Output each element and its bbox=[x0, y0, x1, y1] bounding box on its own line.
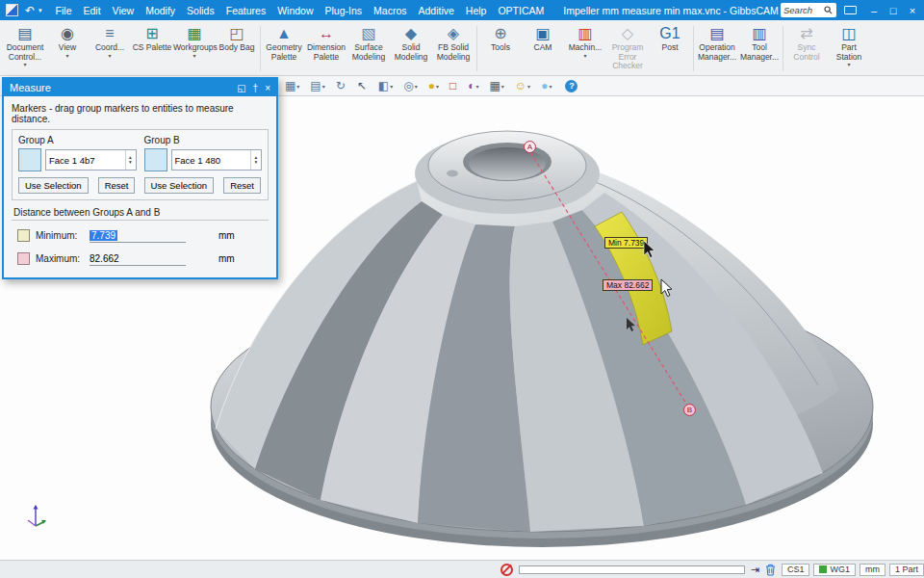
group-a-marker[interactable]: A bbox=[524, 141, 536, 153]
redraw-icon[interactable]: ↻ bbox=[336, 79, 346, 92]
group-a-entity-value: Face 1 4b7 bbox=[46, 150, 125, 170]
zoom-icon[interactable]: ◎ ▾ bbox=[403, 79, 418, 92]
ribbon-item-post[interactable]: G1 Post bbox=[649, 22, 691, 75]
ribbon-item-icon: ▦ bbox=[187, 24, 201, 42]
undo-icon[interactable]: ↶ bbox=[23, 4, 37, 17]
minimum-value-field[interactable]: 7.739 bbox=[90, 228, 186, 243]
measure-dialog-titlebar[interactable]: Measure ◱ † × bbox=[4, 79, 276, 96]
progress-bar bbox=[519, 565, 745, 574]
chevron-down-icon: ▾ bbox=[65, 53, 68, 60]
group-a-use-selection-button[interactable]: Use Selection bbox=[18, 177, 89, 194]
grid-icon[interactable]: ▦ ▾ bbox=[489, 79, 503, 92]
ribbon-item-tool-manager[interactable]: ▥ Tool Manager... bbox=[738, 22, 781, 75]
ribbon-item-part-station[interactable]: ◫ Part Station ▾ bbox=[828, 22, 870, 75]
ribbon-item-sync-control[interactable]: ⇄ Sync Control bbox=[785, 22, 828, 75]
window-views-icon[interactable]: ▦ ▾ bbox=[285, 79, 299, 92]
menu-item[interactable]: Additive bbox=[412, 5, 459, 16]
ribbon-item-fb-solid-modeling[interactable]: ◈ FB Solid Modeling bbox=[432, 22, 475, 75]
ribbon-item-surface-modeling[interactable]: ▧ Surface Modeling bbox=[347, 22, 390, 75]
menu-item[interactable]: Edit bbox=[78, 5, 107, 16]
keyboard-icon[interactable] bbox=[844, 6, 857, 14]
ribbon-item-tools[interactable]: ⊕ Tools bbox=[479, 22, 522, 75]
ribbon-item-coord[interactable]: ≡ Coord... ▾ bbox=[89, 22, 131, 75]
group-b-use-selection-button[interactable]: Use Selection bbox=[144, 177, 215, 194]
minimum-color-swatch[interactable] bbox=[17, 229, 30, 242]
face-quality-icon[interactable]: ☺ ▾ bbox=[515, 79, 530, 92]
menu-item[interactable]: Window bbox=[271, 5, 319, 16]
ribbon-item-document-control[interactable]: ▤ Document Control... ▾ bbox=[4, 22, 46, 75]
maximize-button[interactable]: □ bbox=[886, 5, 901, 16]
help-icon[interactable]: ? bbox=[565, 80, 578, 92]
palette-icon[interactable]: ◐ ▾ bbox=[468, 79, 478, 92]
ribbon-item-program-error-checker[interactable]: ◇ Program Error Checker bbox=[606, 22, 649, 75]
search-input[interactable] bbox=[783, 5, 824, 15]
group-a-reset-button[interactable]: Reset bbox=[98, 177, 136, 194]
stop-icon[interactable] bbox=[500, 564, 513, 576]
ribbon-item-operation-manager[interactable]: ▤ Operation Manager... bbox=[696, 22, 738, 75]
part-indicator[interactable]: 1 Part bbox=[889, 564, 924, 576]
menu-item[interactable]: File bbox=[50, 5, 78, 16]
ribbon-item-dimension-palette[interactable]: ↔ Dimension Palette bbox=[305, 22, 347, 75]
ribbon-item-cam[interactable]: ▣ CAM bbox=[522, 22, 564, 75]
impeller-body bbox=[211, 131, 873, 547]
chevron-down-icon: ▾ bbox=[322, 83, 325, 90]
ribbon-item-workgroups[interactable]: ▦ Workgroups ▾ bbox=[173, 22, 216, 75]
group-b-entity-selector[interactable]: Face 1 480 ▴ ▾ bbox=[171, 149, 263, 171]
menu-item[interactable]: Solids bbox=[181, 5, 220, 16]
group-b-marker[interactable]: B bbox=[683, 404, 696, 416]
min-distance-tag[interactable]: Min 7.739 bbox=[604, 237, 648, 249]
search-box[interactable] bbox=[781, 3, 836, 17]
ribbon-item-geometry-palette[interactable]: ▲ Geometry Palette bbox=[263, 22, 305, 75]
menu-item[interactable]: Plug-Ins bbox=[320, 5, 369, 16]
ribbon-item-icon: ⊕ bbox=[494, 24, 506, 42]
material-icon[interactable]: □ bbox=[449, 79, 457, 92]
group-b-reset-button[interactable]: Reset bbox=[223, 177, 261, 194]
menu-item[interactable]: View bbox=[107, 5, 141, 16]
print-icon[interactable]: ▤ ▾ bbox=[310, 79, 324, 92]
view-cube-icon[interactable]: ◧ ▾ bbox=[378, 79, 393, 92]
toolbar-icon-glyph: ▦ bbox=[285, 79, 295, 92]
maximum-color-swatch[interactable] bbox=[17, 252, 30, 265]
undo-dropdown-icon[interactable]: ▾ bbox=[37, 7, 44, 14]
pin-icon[interactable]: † bbox=[253, 83, 259, 93]
menu-item[interactable]: Help bbox=[460, 5, 493, 16]
menu-item[interactable]: Features bbox=[220, 5, 271, 16]
trash-icon[interactable] bbox=[765, 564, 776, 576]
spinner-icons[interactable]: ▴ ▾ bbox=[250, 150, 261, 170]
render-sphere-icon[interactable]: ● ▾ bbox=[541, 79, 552, 92]
ribbon-item-view[interactable]: ◉ View ▾ bbox=[46, 22, 89, 75]
float-window-icon[interactable]: ◱ bbox=[237, 83, 245, 93]
ribbon-item-machining[interactable]: ▥ Machin... ▾ bbox=[564, 22, 606, 75]
menu-item[interactable]: OPTICAM bbox=[492, 5, 550, 16]
group-a-entity-selector[interactable]: Face 1 4b7 ▴ ▾ bbox=[45, 149, 137, 171]
ribbon-item-label: Tool Manager... bbox=[738, 43, 781, 62]
app-icon[interactable] bbox=[6, 4, 18, 16]
shading-sphere-icon[interactable]: ● ▾ bbox=[428, 79, 439, 92]
group-a-color-swatch[interactable] bbox=[18, 148, 41, 171]
ribbon-item-body-bag[interactable]: ◰ Body Bag bbox=[216, 22, 258, 75]
spinner-down-icon[interactable]: ▾ bbox=[255, 160, 258, 165]
group-b-color-swatch[interactable] bbox=[144, 148, 167, 171]
close-icon[interactable]: × bbox=[265, 83, 270, 93]
ribbon-item-icon: ▥ bbox=[578, 24, 592, 42]
menu-item[interactable]: Macros bbox=[368, 5, 412, 16]
ribbon-item-label: Dimension Palette bbox=[305, 43, 347, 62]
minimum-unit: mm bbox=[218, 230, 235, 241]
maximum-value-field[interactable]: 82.662 bbox=[90, 251, 186, 266]
fast-forward-icon[interactable]: ⇥ bbox=[751, 564, 759, 576]
wg-indicator[interactable]: WG1 bbox=[813, 564, 856, 576]
ribbon-item-icon: ▧ bbox=[361, 24, 375, 42]
group-b-label: Group B bbox=[144, 135, 263, 145]
max-distance-tag[interactable]: Max 82.662 bbox=[603, 279, 653, 291]
select-cursor-icon[interactable]: ↖ bbox=[357, 79, 368, 92]
cs-indicator[interactable]: CS1 bbox=[782, 564, 810, 576]
ribbon-item-solid-modeling[interactable]: ◆ Solid Modeling bbox=[390, 22, 432, 75]
maximum-value: 82.662 bbox=[90, 253, 119, 264]
minimize-button[interactable]: – bbox=[866, 5, 882, 16]
close-button[interactable]: × bbox=[905, 5, 920, 16]
ribbon-item-cs-palette[interactable]: ⊞ CS Palette bbox=[131, 22, 173, 75]
menu-item[interactable]: Modify bbox=[140, 5, 181, 16]
spinner-down-icon[interactable]: ▾ bbox=[129, 160, 132, 165]
units-indicator[interactable]: mm bbox=[860, 564, 886, 576]
spinner-icons[interactable]: ▴ ▾ bbox=[125, 150, 136, 170]
